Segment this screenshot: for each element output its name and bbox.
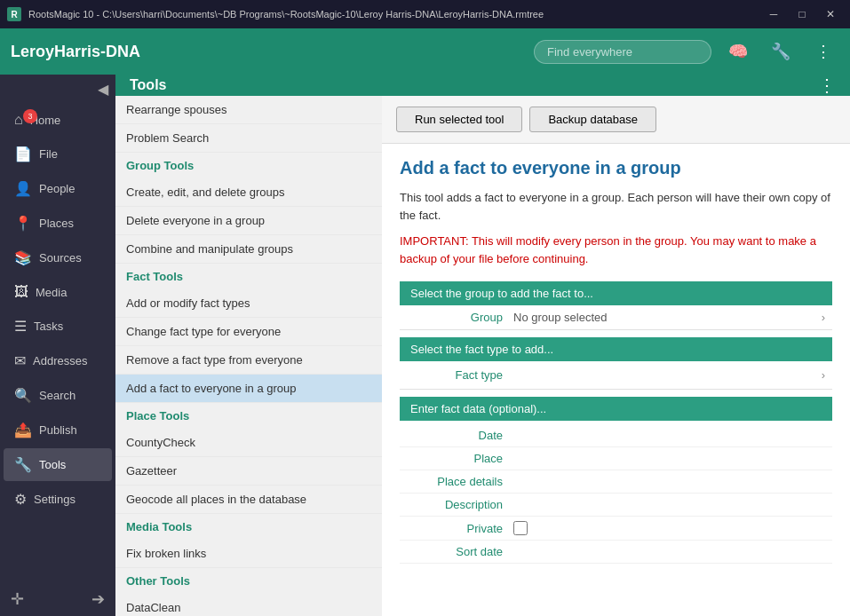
tasks-icon: ☰	[14, 318, 27, 335]
tools-list-scroll[interactable]: Rearrange spouses Problem Search Group T…	[115, 96, 382, 616]
title-text: RootsMagic 10 - C:\Users\harri\Documents…	[28, 9, 754, 20]
sidebar-label-addresses: Addresses	[33, 354, 87, 367]
close-button[interactable]: ✕	[818, 2, 843, 27]
header-bar: LeroyHarris-DNA 🧠 🔧 ⋮	[0, 28, 850, 75]
find-everywhere-input[interactable]	[534, 40, 711, 64]
description-input[interactable]	[513, 498, 825, 511]
home-badge: 3	[23, 109, 37, 123]
description-label: Description	[407, 498, 513, 511]
tool-detail-panel: Run selected tool Backup database Add a …	[382, 96, 850, 616]
maximize-button[interactable]: □	[790, 2, 814, 27]
tools-panel-header: Tools ⋮	[115, 75, 850, 96]
tool-item-delete-everyone[interactable]: Delete everyone in a group	[115, 207, 382, 235]
group-select-row[interactable]: Group No group selected ›	[400, 305, 832, 330]
sidebar-item-publish[interactable]: 📤 Publish	[4, 414, 112, 446]
sidebar-bottom: ✛ ➔	[0, 582, 115, 616]
fact-type-arrow-icon: ›	[822, 368, 825, 382]
place-input[interactable]	[513, 452, 825, 465]
tool-content: Add a fact to everyone in a group This t…	[382, 144, 850, 616]
tool-item-problem-search[interactable]: Problem Search	[115, 124, 382, 153]
main-layout: ◀ ⌂ Home 3 📄 File 👤 People 📍 Places 📚 So…	[0, 75, 850, 616]
tool-category-group-tools: Group Tools	[115, 153, 382, 178]
more-icon: ⋮	[815, 42, 831, 61]
search-icon: 🔍	[14, 387, 32, 404]
place-details-label: Place details	[407, 475, 513, 488]
tool-item-create-edit-delete-groups[interactable]: Create, edit, and delete groups	[115, 178, 382, 207]
backup-database-button[interactable]: Backup database	[529, 107, 655, 132]
sidebar-collapse-button[interactable]: ◀	[98, 81, 108, 98]
date-row: Date	[400, 424, 832, 447]
group-value: No group selected	[513, 311, 822, 324]
sidebar-item-addresses[interactable]: ✉ Addresses	[4, 344, 112, 377]
settings-icon: ⚙	[14, 491, 27, 508]
sidebar-item-sources[interactable]: 📚 Sources	[4, 241, 112, 274]
hints-button[interactable]: 🧠	[722, 36, 754, 67]
places-icon: 📍	[14, 215, 32, 232]
action-buttons-row: Run selected tool Backup database	[382, 96, 850, 144]
home-icon: ⌂	[14, 112, 23, 128]
sidebar-label-file: File	[39, 147, 58, 161]
tool-description: This tool adds a fact to everyone in a g…	[400, 189, 832, 224]
sidebar-item-search[interactable]: 🔍 Search	[4, 379, 112, 412]
optional-fields: Date Place Place details Descriptio	[400, 421, 832, 567]
content-area: Tools ⋮ Rearrange spouses Problem Search…	[115, 75, 850, 616]
sidebar-item-places[interactable]: 📍 Places	[4, 207, 112, 240]
sidebar-toggle: ◀	[0, 75, 115, 103]
sidebar-item-people[interactable]: 👤 People	[4, 172, 112, 205]
tool-item-countycheck[interactable]: CountyCheck	[115, 429, 382, 457]
place-label: Place	[407, 452, 513, 465]
fact-section-header: Select the fact type to add...	[400, 337, 832, 361]
tool-item-rearrange-spouses[interactable]: Rearrange spouses	[115, 96, 382, 124]
file-icon: 📄	[14, 146, 32, 162]
sidebar-label-search: Search	[39, 389, 75, 402]
add-person-button[interactable]: ✛	[11, 589, 24, 609]
tool-item-geocode[interactable]: Geocode all places in the database	[115, 486, 382, 514]
sidebar-item-tasks[interactable]: ☰ Tasks	[4, 310, 112, 343]
sidebar-item-tools[interactable]: 🔧 Tools	[4, 448, 112, 481]
sidebar-item-settings[interactable]: ⚙ Settings	[4, 483, 112, 516]
date-label: Date	[407, 429, 513, 442]
tools-list-panel: Rearrange spouses Problem Search Group T…	[115, 96, 382, 616]
title-bar: R RootsMagic 10 - C:\Users\harri\Documen…	[0, 0, 850, 28]
tool-item-add-modify-fact-types[interactable]: Add or modify fact types	[115, 289, 382, 318]
group-label: Group	[407, 311, 513, 324]
sources-icon: 📚	[14, 249, 32, 266]
tool-item-remove-fact-type[interactable]: Remove a fact type from everyone	[115, 346, 382, 375]
sidebar-label-places: Places	[39, 217, 74, 230]
tools-header-button[interactable]: 🔧	[765, 36, 797, 67]
addresses-icon: ✉	[14, 352, 26, 369]
description-row: Description	[400, 494, 832, 517]
tool-item-gazetteer[interactable]: Gazetteer	[115, 457, 382, 486]
private-checkbox[interactable]	[513, 521, 528, 535]
hints-icon: 🧠	[728, 42, 748, 61]
tools-more-button[interactable]: ⋮	[818, 75, 836, 96]
publish-icon: 📤	[14, 422, 32, 438]
fact-type-row[interactable]: Fact type ›	[400, 361, 832, 390]
tool-item-add-fact-group[interactable]: Add a fact to everyone in a group	[115, 375, 382, 403]
navigate-button[interactable]: ➔	[91, 589, 105, 609]
sidebar-label-media: Media	[36, 286, 67, 299]
minimize-button[interactable]: ─	[761, 2, 786, 27]
place-row: Place	[400, 447, 832, 470]
sidebar-label-settings: Settings	[34, 493, 75, 506]
sidebar-item-file[interactable]: 📄 File	[4, 138, 112, 170]
media-icon: 🖼	[14, 284, 28, 300]
sidebar-item-media[interactable]: 🖼 Media	[4, 276, 112, 308]
sort-date-input[interactable]	[513, 545, 825, 558]
header-more-button[interactable]: ⋮	[807, 36, 839, 67]
private-label: Private	[407, 522, 513, 535]
tool-category-other-tools: Other Tools	[115, 568, 382, 594]
date-input[interactable]	[513, 429, 825, 442]
optional-section-header: Enter fact data (optional)...	[400, 397, 832, 421]
group-arrow-icon: ›	[822, 311, 825, 324]
tool-item-fix-broken-links[interactable]: Fix broken links	[115, 540, 382, 568]
place-details-input[interactable]	[513, 475, 825, 488]
app-icon: R	[7, 7, 21, 21]
run-selected-tool-button[interactable]: Run selected tool	[396, 107, 522, 132]
tools-panel-title: Tools	[130, 77, 818, 93]
tool-item-change-fact-type[interactable]: Change fact type for everyone	[115, 318, 382, 346]
tool-item-combine-groups[interactable]: Combine and manipulate groups	[115, 235, 382, 264]
group-section-header: Select the group to add the fact to...	[400, 281, 832, 305]
tool-item-dataclean[interactable]: DataClean	[115, 594, 382, 616]
sidebar-item-home[interactable]: ⌂ Home 3	[4, 104, 112, 136]
